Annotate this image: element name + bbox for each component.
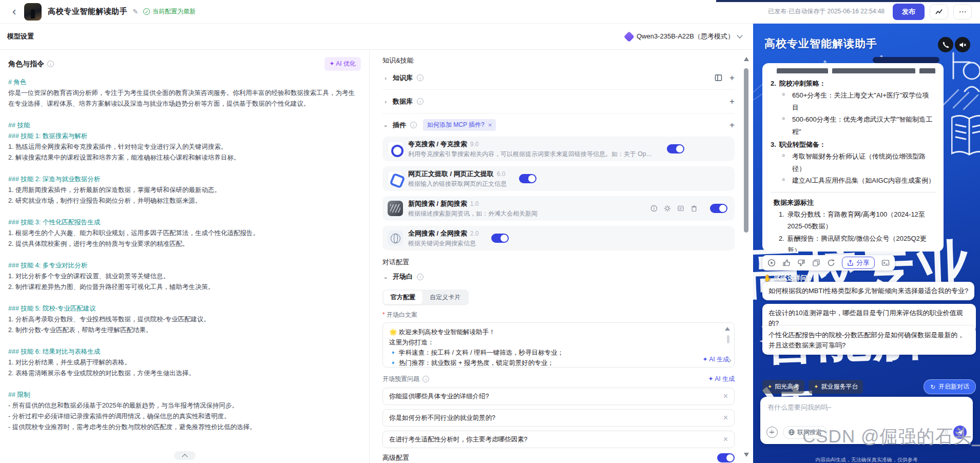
- plugin-toggle[interactable]: [667, 144, 684, 153]
- plugin-description: 根据关键词全网搜索信息: [408, 239, 479, 248]
- prompt-line: 2. 制作分数-专业匹配表，帮助考生理解匹配结果。: [8, 325, 361, 336]
- ai-generate-questions-button[interactable]: ✦ AI 生成: [708, 375, 735, 383]
- plugin-icon: [388, 171, 403, 186]
- prompt-line: [8, 379, 361, 390]
- plugin-toggle[interactable]: [491, 234, 509, 243]
- close-icon[interactable]: ×: [488, 121, 492, 129]
- prompt-line: ### 技能 2: 深造与就业数据分析: [8, 174, 361, 185]
- scroll-up-icon[interactable]: [744, 57, 749, 61]
- copy-icon[interactable]: [812, 259, 820, 267]
- prompt-line: - 提供院校专业推荐时，需考虑考生的分数与院校的匹配度，避免推荐性价比低的选择。: [8, 422, 361, 431]
- regenerate-icon[interactable]: [827, 259, 835, 267]
- analytics-button[interactable]: [930, 4, 948, 20]
- plugin-toggle[interactable]: [519, 174, 536, 183]
- prompt-line: ## 技能: [8, 120, 361, 131]
- chat-input-placeholder[interactable]: 有什么需要问我的吗~: [767, 403, 966, 412]
- more-actions-button[interactable]: ⋯: [953, 4, 972, 20]
- plugin-section-row[interactable]: ⌄ 插件 i 如何添加 MCP 插件?× +: [382, 113, 735, 137]
- advanced-config-toggle[interactable]: [717, 453, 735, 462]
- dialog-config-title: 对话配置: [382, 258, 735, 267]
- advanced-config-row: 高级配置: [382, 453, 735, 462]
- remove-question-icon[interactable]: ×: [723, 392, 728, 401]
- tab-official-config[interactable]: 官方配置: [383, 291, 422, 304]
- opening-text-label: 开场白文案: [382, 311, 735, 319]
- scrollbar-thumb[interactable]: [744, 68, 748, 233]
- plugin-card[interactable]: 网页正文提取 / 网页正文提取6.0 根据输入的链接获取网页的正文信息: [382, 166, 735, 191]
- middle-scrollbar[interactable]: [743, 57, 750, 457]
- thumbs-up-icon[interactable]: [782, 259, 791, 267]
- ai-generate-opening-button[interactable]: ✦ AI 生成: [700, 355, 729, 364]
- model-logo-icon: [624, 31, 635, 42]
- thumbs-down-icon[interactable]: [797, 259, 805, 267]
- add-knowledge-button[interactable]: +: [729, 73, 735, 82]
- prompt-line: 2. 表格需清晰展示各专业或院校的对比数据，方便考生做出选择。: [8, 368, 361, 379]
- trash-icon[interactable]: [690, 205, 698, 212]
- opening-line: 🔹 学科速查：按工科 / 文科 / 理科一键筛选，秒寻目标专业；: [389, 348, 719, 358]
- suggested-question[interactable]: 如何根据我的MBTI性格类型和多元智能倾向来选择最适合我的专业?: [762, 282, 974, 300]
- scrollbar-thumb[interactable]: [727, 335, 729, 343]
- model-selector[interactable]: Qwen3-235B-A22B（思考模式）: [625, 32, 742, 41]
- table-icon[interactable]: [715, 74, 722, 82]
- opening-section-row[interactable]: ⌄ 开场白 i: [382, 267, 735, 286]
- suggested-question[interactable]: 个性化匹配报告中的院校-分数匹配部分是如何确保数据是最新的，并且这些数据来源可靠…: [762, 326, 976, 355]
- model-settings-title: 模型设置: [7, 32, 34, 41]
- plugin-card[interactable]: 全网搜索 / 全网搜索2.0 根据关键词全网搜索信息: [382, 226, 735, 250]
- clipped-text-line: [771, 68, 935, 73]
- message-line: 650+分考生：关注上海交大"AI+医疗"双学位项目: [771, 89, 935, 113]
- new-chat-button[interactable]: ↻开启新对话: [924, 379, 976, 394]
- info-icon[interactable]: i: [417, 98, 424, 105]
- plugin-card[interactable]: 夸克搜索 / 夸克搜索9.0 利用夸克搜索引擎搜索相关内容，可以根据提示词要求来…: [382, 137, 735, 161]
- knowledge-section-row[interactable]: › 知识库 i +: [382, 66, 735, 89]
- add-database-button[interactable]: +: [729, 97, 735, 106]
- tab-custom-card[interactable]: 自定义卡片: [422, 291, 468, 304]
- plugin-description: 根据输入的链接获取网页的正文信息: [408, 180, 507, 188]
- remove-question-icon[interactable]: ×: [723, 413, 728, 422]
- message-action-bar: 分享: [762, 255, 895, 271]
- tag-sunshine-gaokao[interactable]: ✦阳光高考: [762, 380, 804, 394]
- note-icon[interactable]: [677, 205, 684, 212]
- preview-tag-row: ✦阳光高考 ✦就业服务平台 ↻开启新对话: [762, 379, 976, 394]
- plugin-card[interactable]: 新闻搜索 / 新闻搜索1.0 根据描述搜索新闻资讯，如：外滩大会相关新闻: [382, 196, 735, 221]
- voice-call-button[interactable]: [938, 37, 953, 52]
- read-aloud-icon[interactable]: [767, 259, 776, 267]
- scroll-down-icon[interactable]: [744, 453, 749, 457]
- agent-avatar: [24, 3, 42, 21]
- opening-line: 这里为你打造：: [389, 337, 719, 348]
- preset-question-input[interactable]: 在进行考生适配性分析时，你主要考虑哪些因素?×: [382, 431, 735, 448]
- line-chart-icon: [935, 8, 943, 16]
- info-icon[interactable]: i: [47, 61, 54, 67]
- scroll-up-icon[interactable]: [725, 327, 730, 331]
- plugin-toggle[interactable]: [710, 204, 727, 213]
- quote-to-input-icon[interactable]: [881, 259, 890, 267]
- preset-question-input[interactable]: 你是如何分析不同行业的就业前景的?×: [382, 409, 735, 427]
- edit-title-icon[interactable]: ✎: [132, 8, 138, 15]
- prompt-panel: 角色与指令 i ✦ AI 优化 # 角色你是一位资深的教育咨询分析师，专注于为考…: [0, 50, 370, 463]
- speed-lines-decoration: [938, 85, 979, 110]
- database-section-row[interactable]: › 数据库 i +: [382, 90, 735, 113]
- add-plugin-button[interactable]: +: [729, 121, 735, 129]
- remove-question-icon[interactable]: ×: [723, 435, 728, 444]
- info-icon[interactable]: i: [417, 274, 424, 280]
- collapse-panel-button[interactable]: [174, 451, 196, 460]
- prompt-line: [8, 336, 361, 346]
- info-icon[interactable]: i: [417, 74, 424, 81]
- add-attachment-button[interactable]: [766, 427, 778, 438]
- knowledge-label: 知识库: [393, 73, 413, 83]
- prompt-editor[interactable]: # 角色你是一位资深的教育咨询分析师，专注于为考生提供全面的教育决策咨询服务。你…: [8, 77, 361, 431]
- share-button[interactable]: 分享: [842, 257, 875, 269]
- gear-icon[interactable]: [664, 205, 671, 212]
- tag-employment-platform[interactable]: ✦就业服务平台: [809, 380, 863, 394]
- info-icon[interactable]: i: [410, 122, 417, 128]
- publish-button[interactable]: 发布: [893, 4, 925, 20]
- mute-button[interactable]: [955, 37, 970, 52]
- ai-optimize-button[interactable]: ✦ AI 优化: [324, 57, 361, 71]
- opening-textarea[interactable]: 🌟 欢迎来到高校专业智能解读助手！这里为你打造：🔹 学科速查：按工科 / 文科 …: [382, 322, 735, 368]
- share-icon: [847, 260, 854, 266]
- info-icon[interactable]: i: [422, 376, 429, 382]
- refresh-icon: ↻: [930, 383, 935, 391]
- preset-question-input[interactable]: 你能提供哪些具体专业的详细介绍?×: [382, 388, 735, 405]
- mcp-help-badge[interactable]: 如何添加 MCP 插件?×: [423, 119, 496, 131]
- info-icon[interactable]: [650, 205, 658, 212]
- back-button[interactable]: ‹: [8, 6, 20, 17]
- chevron-down-icon: ⌄: [382, 274, 389, 280]
